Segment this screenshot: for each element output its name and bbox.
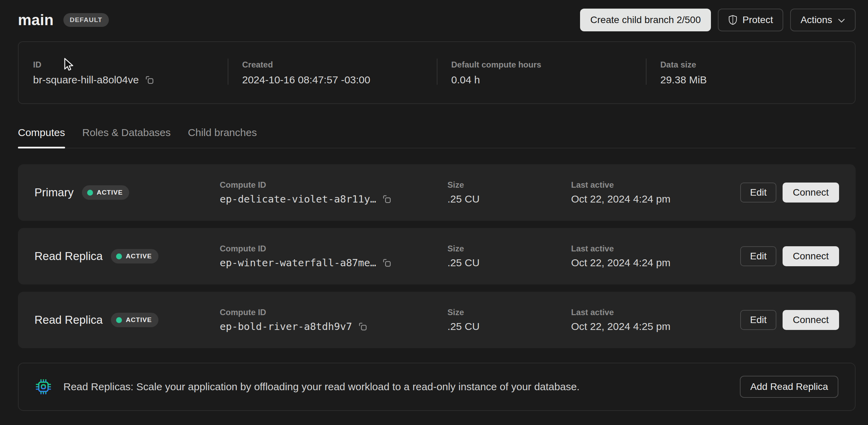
compute-hours-field: Default compute hours 0.04 h <box>437 60 646 86</box>
created-value: 2024-10-16 08:47:57 -03:00 <box>242 74 437 86</box>
status-label: ACTIVE <box>97 189 123 196</box>
size-cell: Size .25 CU <box>447 180 571 205</box>
compute-id-value: ep-delicate-violet-a8r11y… <box>220 193 376 205</box>
status-label: ACTIVE <box>126 316 152 324</box>
connect-button[interactable]: Connect <box>783 183 839 203</box>
actions-button-label: Actions <box>800 14 832 25</box>
connect-button[interactable]: Connect <box>783 246 839 266</box>
branch-id-field: ID br-square-hill-a8ol04ve <box>19 60 228 86</box>
active-dot-icon <box>116 253 122 259</box>
create-child-branch-button[interactable]: Create child branch 2/500 <box>580 9 711 31</box>
copy-icon[interactable] <box>144 75 155 85</box>
created-field: Created 2024-10-16 08:47:57 -03:00 <box>228 60 437 86</box>
compute-id-label: Compute ID <box>220 244 447 253</box>
copy-icon[interactable] <box>382 258 392 268</box>
page-title: main <box>18 11 54 29</box>
chevron-down-icon <box>838 16 845 25</box>
cpu-chip-icon <box>35 379 52 395</box>
compute-id-value: ep-winter-waterfall-a87me… <box>220 257 376 269</box>
created-label: Created <box>242 60 437 70</box>
last-active-label: Last active <box>571 308 740 317</box>
compute-id-cell: Compute ID ep-delicate-violet-a8r11y… <box>220 180 447 205</box>
shield-icon <box>728 15 737 25</box>
compute-id-value: ep-bold-river-a8tdh9v7 <box>220 321 352 332</box>
data-size-field: Data size 29.38 MiB <box>646 60 855 86</box>
compute-name: Read Replica <box>34 313 103 326</box>
active-dot-icon <box>116 317 122 323</box>
edit-button[interactable]: Edit <box>740 246 776 266</box>
tab-bar: Computes Roles & Databases Child branche… <box>18 127 856 148</box>
status-badge: ACTIVE <box>111 249 158 263</box>
size-value: .25 CU <box>447 257 571 269</box>
edit-button[interactable]: Edit <box>740 310 776 330</box>
last-active-value: Oct 22, 2024 4:24 pm <box>571 257 740 269</box>
branch-info-card: ID br-square-hill-a8ol04ve Created 2024-… <box>18 41 856 104</box>
data-size-label: Data size <box>660 60 855 70</box>
banner-text: Read Replicas: Scale your application by… <box>63 381 728 393</box>
compute-hours-value: 0.04 h <box>451 74 646 86</box>
edit-button[interactable]: Edit <box>740 183 776 203</box>
default-badge: DEFAULT <box>63 13 109 27</box>
protect-button-label: Protect <box>742 14 773 25</box>
active-dot-icon <box>87 190 93 196</box>
last-active-cell: Last active Oct 22, 2024 4:25 pm <box>571 308 740 332</box>
compute-name: Primary <box>34 186 74 199</box>
data-size-value: 29.38 MiB <box>660 74 855 86</box>
copy-icon[interactable] <box>358 321 368 332</box>
branch-id-value: br-square-hill-a8ol04ve <box>33 74 139 86</box>
tab-child-branches[interactable]: Child branches <box>188 127 257 148</box>
compute-row-primary: Primary ACTIVE Compute ID ep-delicate-vi… <box>18 164 856 221</box>
size-value: .25 CU <box>447 193 571 205</box>
last-active-label: Last active <box>571 244 740 253</box>
size-label: Size <box>447 180 571 190</box>
compute-hours-label: Default compute hours <box>451 60 646 70</box>
size-label: Size <box>447 308 571 317</box>
status-badge: ACTIVE <box>111 313 158 327</box>
compute-name: Read Replica <box>34 250 103 263</box>
tab-computes[interactable]: Computes <box>18 127 65 148</box>
copy-icon[interactable] <box>382 194 392 204</box>
compute-id-cell: Compute ID ep-bold-river-a8tdh9v7 <box>220 308 447 332</box>
connect-button[interactable]: Connect <box>783 310 839 330</box>
last-active-label: Last active <box>571 180 740 190</box>
protect-button[interactable]: Protect <box>718 9 783 31</box>
branch-id-label: ID <box>33 60 228 70</box>
size-value: .25 CU <box>447 321 571 332</box>
compute-row-read-replica-1: Read Replica ACTIVE Compute ID ep-winter… <box>18 228 856 284</box>
last-active-cell: Last active Oct 22, 2024 4:24 pm <box>571 180 740 205</box>
tab-roles-databases[interactable]: Roles & Databases <box>82 127 171 148</box>
last-active-value: Oct 22, 2024 4:24 pm <box>571 193 740 205</box>
last-active-cell: Last active Oct 22, 2024 4:24 pm <box>571 244 740 269</box>
add-read-replica-button[interactable]: Add Read Replica <box>740 376 838 398</box>
compute-id-label: Compute ID <box>220 308 447 317</box>
size-cell: Size .25 CU <box>447 244 571 269</box>
status-badge: ACTIVE <box>82 185 130 200</box>
read-replica-banner: Read Replicas: Scale your application by… <box>18 363 856 411</box>
last-active-value: Oct 22, 2024 4:25 pm <box>571 321 740 332</box>
compute-row-read-replica-2: Read Replica ACTIVE Compute ID ep-bold-r… <box>18 292 856 348</box>
actions-button[interactable]: Actions <box>790 9 856 31</box>
size-label: Size <box>447 244 571 253</box>
status-label: ACTIVE <box>126 252 152 260</box>
compute-id-label: Compute ID <box>220 180 447 190</box>
compute-id-cell: Compute ID ep-winter-waterfall-a87me… <box>220 244 447 269</box>
size-cell: Size .25 CU <box>447 308 571 332</box>
page-header: main DEFAULT Create child branch 2/500 P… <box>18 8 856 32</box>
